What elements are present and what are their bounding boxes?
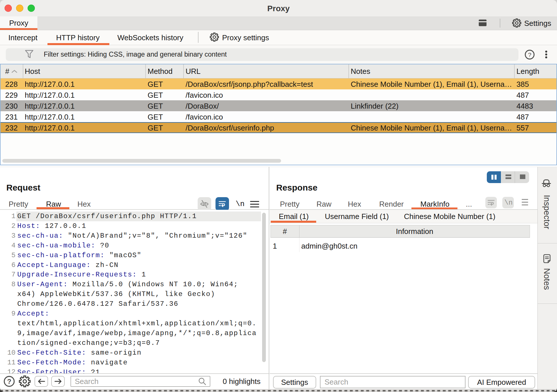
svg-text:?: ? xyxy=(528,51,531,58)
svg-text:?: ? xyxy=(7,378,12,385)
